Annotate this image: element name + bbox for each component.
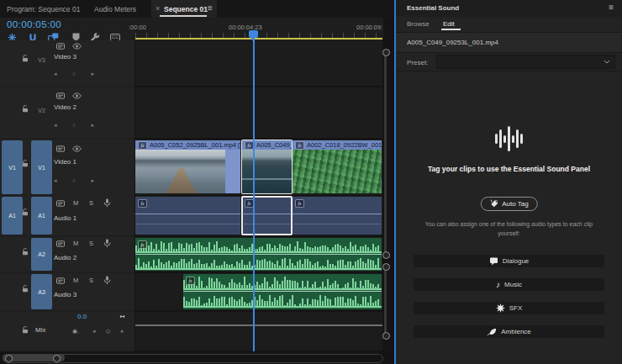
keyframe-diamond-icon[interactable]: ◇	[106, 328, 110, 335]
audio-clip-1[interactable]: fx	[135, 197, 240, 235]
video-clip-2-selected[interactable]: fx A005_C049_	[242, 140, 292, 193]
dialogue-button[interactable]: Dialogue	[413, 254, 605, 268]
ambience-button[interactable]: Ambience	[413, 324, 605, 339]
toggle-track-output-eye-icon[interactable]	[72, 92, 82, 99]
track-target-a2[interactable]: A2	[31, 238, 52, 271]
track-name[interactable]: Video 3	[54, 53, 76, 61]
mute-button[interactable]: M	[73, 277, 78, 284]
work-area-bar[interactable]	[135, 38, 382, 40]
source-patch-v1[interactable]: V1	[2, 140, 23, 194]
tab-program-monitor[interactable]: Program: Sequence 01	[7, 5, 80, 13]
video-clip-1[interactable]: fx A005_C052_0925BL_001.mp4 [V]	[135, 140, 240, 193]
track-target-a1[interactable]: A1	[31, 197, 52, 235]
clip-name: A005_C052_0925BL_001.mp4 [V]	[150, 140, 240, 150]
toggle-track-output-eye-icon[interactable]	[72, 145, 82, 152]
track-content-mix[interactable]	[135, 312, 382, 351]
next-keyframe-icon[interactable]: ▸	[91, 122, 94, 129]
prev-keyframe-icon[interactable]: ◂	[54, 177, 57, 184]
panel-menu-icon[interactable]: ≡	[609, 3, 614, 12]
mute-button[interactable]: M	[73, 240, 78, 247]
fx-badge-icon[interactable]: fx	[138, 199, 147, 208]
source-patch-a1[interactable]: A1	[2, 197, 23, 235]
fit-icon[interactable]: ▸◂	[120, 313, 124, 319]
scrollbar-handle[interactable]	[382, 49, 390, 56]
track-name[interactable]: Video 1	[54, 158, 76, 166]
track-target-v1[interactable]: V1	[31, 140, 52, 194]
music-audio-clip[interactable]: fx	[135, 238, 382, 271]
clip-thumbnail	[242, 150, 292, 193]
music-button[interactable]: ♪ Music	[413, 277, 605, 292]
tab-audio-meters[interactable]: Audio Meters	[94, 5, 136, 13]
fx-badge-icon[interactable]: fx	[138, 240, 147, 249]
track-content-v2[interactable]	[135, 87, 382, 138]
track-lock-icon[interactable]	[22, 208, 29, 216]
track-name[interactable]: Video 2	[54, 103, 76, 111]
track-target-a3[interactable]: A3	[31, 274, 52, 309]
fx-badge-icon[interactable]: fx	[295, 199, 304, 208]
zoom-handle-left[interactable]	[5, 355, 13, 362]
add-keyframe-icon[interactable]: ◉.	[72, 328, 79, 335]
mix-level-value[interactable]: 0.0	[77, 313, 87, 320]
auto-tag-button[interactable]: Auto Tag	[480, 197, 537, 211]
scrollbar-handle[interactable]	[382, 263, 390, 271]
scrollbar-handle[interactable]	[382, 251, 390, 259]
playhead-timecode[interactable]: 00:00:05:00	[7, 19, 61, 29]
sync-lock-icon[interactable]	[56, 200, 65, 207]
track-lock-icon[interactable]	[22, 326, 29, 334]
track-lock-icon[interactable]	[22, 285, 29, 293]
preset-dropdown[interactable]	[436, 55, 615, 69]
playhead-line[interactable]	[253, 34, 255, 351]
clip-name-row[interactable]: A005_C049_09253L_001.mp4	[396, 33, 622, 52]
fx-badge-icon[interactable]: fx	[138, 141, 147, 150]
track-target-v2[interactable]: V2	[31, 108, 52, 113]
audio-tracks-scrollbar[interactable]	[384, 267, 387, 335]
add-keyframe-icon[interactable]: ○	[72, 122, 76, 129]
audio-clip-2-selected[interactable]: fx	[242, 197, 292, 235]
track-lock-icon[interactable]	[22, 55, 29, 62]
track-content-v3[interactable]	[135, 40, 382, 86]
add-keyframe-icon[interactable]: ○	[72, 177, 76, 184]
scrollbar-handle[interactable]	[382, 332, 390, 340]
video-tracks-scrollbar[interactable]	[384, 52, 387, 256]
voiceover-mic-icon[interactable]	[103, 276, 111, 285]
tab-browse[interactable]: Browse	[407, 20, 430, 28]
track-name[interactable]: Audio 1	[54, 214, 76, 222]
track-lock-icon[interactable]	[22, 160, 29, 167]
track-lock-icon[interactable]	[22, 105, 29, 113]
video-clip-3[interactable]: fx A002_C018_0922BW_001.mp	[293, 140, 382, 193]
panel-menu-icon[interactable]: ≡	[208, 3, 213, 13]
tab-sequence[interactable]: Sequence 01	[164, 5, 208, 13]
sync-lock-icon[interactable]	[56, 92, 65, 99]
next-keyframe-icon[interactable]: ▸	[121, 328, 124, 335]
prev-keyframe-icon[interactable]: ◂	[54, 122, 57, 129]
voiceover-mic-icon[interactable]	[103, 239, 111, 248]
next-keyframe-icon[interactable]: ▸	[91, 71, 94, 77]
mute-button[interactable]: M	[73, 199, 78, 207]
voiceover-mic-icon[interactable]	[103, 198, 111, 208]
fx-badge-icon[interactable]: fx	[186, 277, 195, 285]
next-keyframe-icon[interactable]: ▸	[91, 177, 94, 184]
tab-edit[interactable]: Edit	[443, 20, 455, 28]
prev-keyframe-icon[interactable]: ◂	[92, 328, 96, 335]
track-name[interactable]: Audio 2	[54, 254, 76, 261]
mix-track-name[interactable]: Mix	[35, 326, 45, 334]
prev-keyframe-icon[interactable]: ◂	[54, 71, 57, 77]
sync-lock-icon[interactable]	[56, 277, 65, 284]
zoom-handle-right[interactable]	[53, 355, 61, 362]
sync-lock-icon[interactable]	[56, 240, 65, 247]
sfx-audio-clip[interactable]: fx	[183, 274, 382, 309]
solo-button[interactable]: S	[89, 277, 93, 284]
track-lock-icon[interactable]	[22, 248, 29, 256]
solo-button[interactable]: S	[89, 240, 93, 247]
sync-lock-icon[interactable]	[56, 43, 65, 50]
fx-badge-icon[interactable]: fx	[295, 141, 304, 150]
toggle-track-output-eye-icon[interactable]	[72, 43, 82, 50]
track-target-v3[interactable]: V3	[31, 57, 52, 63]
track-name[interactable]: Audio 3	[54, 291, 76, 298]
sfx-button[interactable]: SFX	[413, 301, 605, 315]
audio-clip-3[interactable]: fx	[293, 197, 382, 235]
solo-button[interactable]: S	[89, 199, 93, 207]
add-keyframe-icon[interactable]: ○	[72, 71, 76, 77]
close-icon[interactable]: ×	[156, 4, 160, 13]
sync-lock-icon[interactable]	[56, 145, 65, 152]
